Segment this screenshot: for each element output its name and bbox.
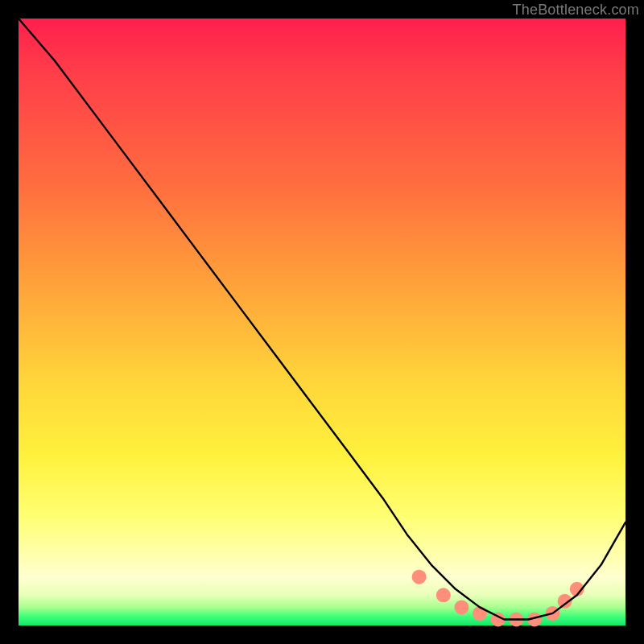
- highlight-dot: [436, 588, 451, 602]
- bottleneck-curve: [19, 19, 625, 620]
- plot-area: [19, 19, 625, 625]
- watermark-text: TheBottleneck.com: [513, 2, 639, 19]
- highlight-markers: [412, 570, 584, 627]
- curve-svg: [19, 19, 625, 625]
- highlight-dot: [454, 600, 469, 614]
- highlight-dot: [412, 570, 427, 584]
- chart-frame: TheBottleneck.com: [0, 0, 644, 644]
